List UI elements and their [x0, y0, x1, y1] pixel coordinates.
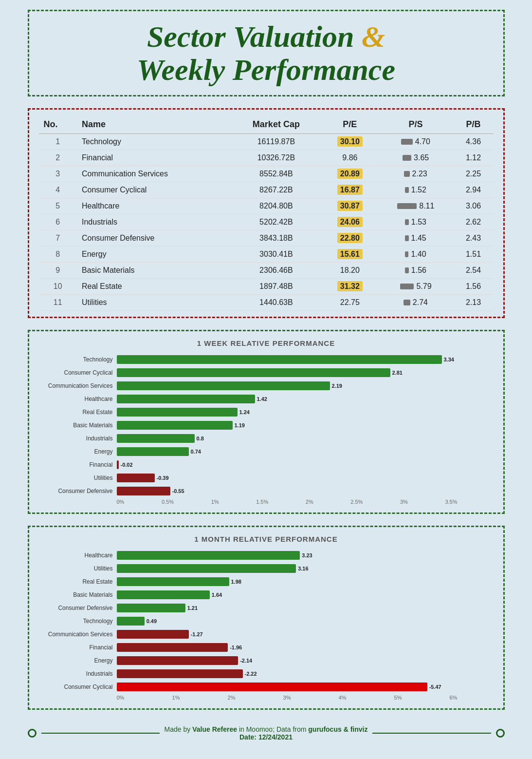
row-ps: 8.11	[378, 198, 454, 214]
bar-fill	[117, 355, 442, 364]
row-pb: 3.06	[454, 198, 494, 214]
row-ps: 1.45	[378, 230, 454, 247]
bar-fill	[117, 590, 210, 599]
ps-bar	[405, 187, 409, 193]
ps-bar	[404, 300, 410, 305]
bar-label: Utilities	[39, 565, 117, 572]
chart-bar-row: Consumer Cyclical2.81	[39, 367, 494, 378]
x-axis-label: 4%	[339, 695, 347, 701]
chart-bar-row: Healthcare3.23	[39, 550, 494, 561]
ps-value: 5.79	[416, 282, 431, 291]
bar-label: Energy	[39, 448, 117, 455]
bar-value-label: 1.64	[212, 592, 222, 598]
col-no: No.	[39, 115, 77, 134]
bar-value-label: 2.81	[392, 370, 403, 376]
bar-label: Healthcare	[39, 396, 117, 402]
bar-value-label: 1.42	[257, 396, 267, 402]
bar-track: 1.24	[117, 407, 494, 417]
row-no: 6	[39, 214, 77, 230]
bar-label: Industrials	[39, 435, 117, 442]
row-pe: 24.06	[322, 214, 378, 230]
week-chart-title: 1 WEEK RELATIVE PERFORMANCE	[39, 339, 494, 347]
month-chart: Healthcare3.23Utilities3.16Real Estate1.…	[39, 550, 494, 701]
ps-cell: 1.56	[383, 266, 449, 275]
ps-cell: 1.53	[383, 218, 449, 227]
footer-circle-right	[496, 729, 505, 738]
bar-fill	[117, 643, 228, 652]
ps-cell: 4.70	[383, 137, 449, 146]
chart-bar-row: Healthcare1.42	[39, 394, 494, 404]
table-row: 4 Consumer Cyclical 8267.22B 16.87 1.52 …	[39, 182, 494, 198]
bar-label: Consumer Defensive	[39, 605, 117, 611]
row-marketcap: 10326.72B	[231, 150, 322, 166]
bar-label: Technology	[39, 356, 117, 363]
row-ps: 2.23	[378, 166, 454, 182]
bar-value-label: -0.02	[121, 462, 133, 468]
x-axis-label: 5%	[394, 695, 402, 701]
x-axis-label: 0%	[117, 695, 125, 701]
x-axis-labels: 0%0.5%1%1.5%2%2.5%3%3.5%	[117, 499, 458, 505]
col-pb: P/B	[454, 115, 494, 134]
ps-bar	[401, 139, 413, 145]
ps-cell: 5.79	[383, 282, 449, 291]
row-pe: 15.61	[322, 247, 378, 263]
row-ps: 2.74	[378, 295, 454, 311]
bar-fill	[117, 630, 189, 639]
x-axis-label: 1%	[172, 695, 180, 701]
col-ps: P/S	[378, 115, 454, 134]
chart-bar-row: Financial-1.96	[39, 642, 494, 653]
ps-cell: 2.74	[383, 298, 449, 307]
bar-fill	[117, 564, 296, 573]
bar-label: Communication Services	[39, 631, 117, 638]
bar-track: 3.23	[117, 550, 494, 561]
bar-track: -0.55	[117, 486, 494, 496]
table-row: 9 Basic Materials 2306.46B 18.20 1.56 2.…	[39, 263, 494, 279]
row-pe: 22.75	[322, 295, 378, 311]
ps-value: 4.70	[415, 137, 430, 146]
chart-bar-row: Energy-2.14	[39, 655, 494, 666]
x-axis-label: 1%	[211, 499, 219, 505]
bar-fill	[117, 447, 189, 456]
row-pb: 2.94	[454, 182, 494, 198]
pe-value: 15.61	[337, 249, 363, 259]
ps-bar	[397, 203, 417, 209]
bar-fill	[117, 474, 155, 482]
ps-cell: 2.23	[383, 170, 449, 178]
bar-label: Energy	[39, 657, 117, 664]
pe-value: 16.87	[337, 185, 363, 195]
ps-bar	[405, 219, 409, 225]
row-ps: 4.70	[378, 134, 454, 150]
bar-label: Healthcare	[39, 552, 117, 559]
bar-track: 1.98	[117, 576, 494, 587]
row-pb: 1.12	[454, 150, 494, 166]
bar-track: 1.42	[117, 394, 494, 404]
pe-value: 24.06	[337, 217, 363, 227]
bar-value-label: -2.14	[240, 658, 252, 664]
bar-value-label: -1.96	[230, 645, 242, 650]
bar-track: 2.19	[117, 380, 494, 391]
row-ps: 5.79	[378, 279, 454, 295]
x-axis-label: 3.5%	[445, 499, 457, 505]
x-axis-label: 3%	[283, 695, 291, 701]
table-section: No. Name Market Cap P/E P/S P/B 1 Techno…	[28, 108, 505, 318]
bar-track: -0.39	[117, 473, 494, 483]
bar-label: Financial	[39, 461, 117, 468]
ps-bar	[405, 235, 408, 241]
row-pe: 20.89	[322, 166, 378, 182]
row-no: 8	[39, 247, 77, 263]
footer-text: Made by Value Referee in Moomoo; Data fr…	[165, 725, 368, 733]
x-axis-label: 0%	[117, 499, 125, 505]
bar-label: Basic Materials	[39, 591, 117, 598]
row-no: 3	[39, 166, 77, 182]
month-chart-title: 1 MONTH RELATIVE PERFORMANCE	[39, 535, 494, 543]
table-row: 8 Energy 3030.41B 15.61 1.40 1.51	[39, 247, 494, 263]
row-name: Basic Materials	[77, 263, 231, 279]
chart-bar-row: Consumer Defensive-0.55	[39, 486, 494, 496]
footer-date: Date: 12/24/2021	[165, 733, 368, 741]
row-name: Energy	[77, 247, 231, 263]
bar-fill	[117, 617, 145, 626]
footer-circle-left	[28, 729, 37, 738]
ps-cell: 1.45	[383, 234, 449, 243]
bar-label: Consumer Cyclical	[39, 369, 117, 376]
bar-value-label: -1.27	[191, 631, 203, 637]
